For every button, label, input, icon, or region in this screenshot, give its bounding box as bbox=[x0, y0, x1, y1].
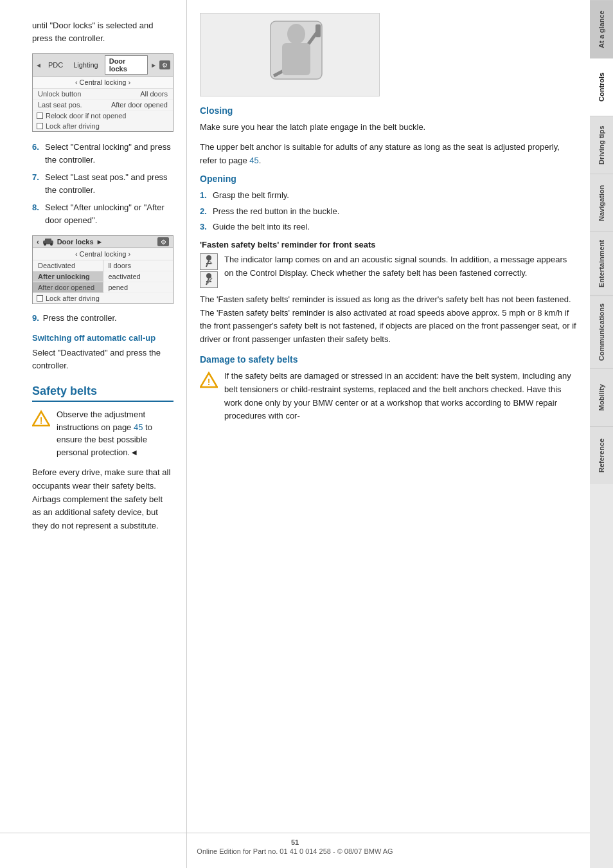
sidebar: At a glance Controls Driving tips Naviga… bbox=[590, 0, 613, 868]
step-6: 6. Select "Central locking" and press th… bbox=[32, 141, 173, 166]
step-7-text: Select "Last seat pos." and press the co… bbox=[45, 171, 173, 196]
step-7: 7. Select "Last seat pos." and press the… bbox=[32, 171, 173, 196]
menu2-header: ‹ Door locks ► ⚙ bbox=[33, 236, 173, 248]
right-column: Closing Make sure you hear the latch pla… bbox=[187, 0, 590, 868]
menu2-deactivated[interactable]: Deactivated bbox=[33, 260, 103, 271]
menu-header-1: ◄ PDC Lighting Door locks ► ⚙ bbox=[33, 54, 173, 77]
warning-triangle-icon: ! bbox=[32, 410, 50, 428]
opening-step-3-text: Guide the belt into its reel. bbox=[213, 221, 310, 233]
fasten-text2: The 'Fasten safety belts' reminder is is… bbox=[200, 293, 577, 347]
step-6-num: 6. bbox=[32, 141, 41, 166]
page-link-45a[interactable]: 45 bbox=[134, 422, 143, 432]
svg-text:!: ! bbox=[40, 415, 43, 426]
opening-step-2-text: Press the red button in the buckle. bbox=[213, 205, 339, 218]
steps-6-8: 6. Select "Central locking" and press th… bbox=[32, 141, 173, 226]
sidebar-tab-communications[interactable]: Communications bbox=[590, 295, 613, 368]
relock-label: Relock door if not opened bbox=[46, 112, 126, 120]
menu-item-doorlocks[interactable]: Door locks bbox=[105, 55, 148, 75]
menu2-submenu[interactable]: ‹ Central locking › bbox=[33, 248, 173, 260]
menu2-lockafter-label: Lock after driving bbox=[46, 294, 100, 302]
menu2-left-col: Deactivated After unlocking After door o… bbox=[33, 260, 103, 293]
damage-text: If the safety belts are damaged or stres… bbox=[224, 370, 577, 423]
auto-callup-text: Select "Deactivated" and press the contr… bbox=[32, 347, 173, 372]
step-9-text: Press the controller. bbox=[43, 313, 117, 323]
menu2-columns: Deactivated After unlocking After door o… bbox=[33, 260, 173, 293]
menu-item-lighting[interactable]: Lighting bbox=[69, 60, 102, 70]
menu2-checkbox-lockafter: Lock after driving bbox=[33, 293, 173, 303]
opening-step-3: 3. Guide the belt into its reel. bbox=[200, 221, 577, 233]
svg-text:!: ! bbox=[208, 377, 211, 387]
menu2-right-col: ll doors eactivated pened bbox=[103, 260, 173, 293]
relock-checkbox[interactable] bbox=[37, 113, 43, 119]
opening-step-1-text: Grasp the belt firmly. bbox=[213, 189, 289, 202]
step-7-num: 7. bbox=[32, 171, 41, 196]
menu-settings-icon: ⚙ bbox=[159, 60, 170, 69]
svg-point-2 bbox=[44, 243, 46, 246]
step-8: 8. Select "After unlocking" or "After do… bbox=[32, 201, 173, 226]
damage-warning-box: ! If the safety belts are damaged or str… bbox=[200, 370, 577, 429]
main-content: until "Door locks" is selected and press… bbox=[0, 0, 590, 868]
opening-step-2-num: 2. bbox=[200, 205, 209, 218]
svg-point-11 bbox=[287, 24, 305, 44]
safety-heading: Safety belts bbox=[32, 384, 173, 402]
menu-ui-2: ‹ Door locks ► ⚙ ‹ Central locking › Dea… bbox=[32, 235, 173, 304]
svg-point-17 bbox=[206, 273, 211, 278]
menu2-after-unlocking[interactable]: After unlocking bbox=[33, 271, 103, 282]
fasten-text1: The indicator lamp comes on and an acous… bbox=[224, 253, 577, 282]
reminder-content: The indicator lamp comes on and an acous… bbox=[200, 253, 577, 288]
opening-step-1: 1. Grasp the belt firmly. bbox=[200, 189, 577, 202]
step-6-text: Select "Central locking" and press the c… bbox=[45, 141, 173, 166]
menu2-after-door-opened[interactable]: After door opened bbox=[33, 282, 103, 293]
left-column: until "Door locks" is selected and press… bbox=[0, 0, 186, 868]
menu2-lockafter-checkbox[interactable] bbox=[37, 295, 43, 302]
menu-row-lastseat-value: After door opened bbox=[111, 101, 168, 109]
menu2-right-1: ll doors bbox=[103, 260, 173, 271]
menu-checkbox-lockafter: Lock after driving bbox=[33, 121, 173, 131]
lockafter-checkbox[interactable] bbox=[37, 123, 43, 129]
menu2-car-icon bbox=[42, 237, 55, 246]
damage-warning-icon: ! bbox=[200, 371, 218, 389]
safety-body-text: Before every drive, make sure that all o… bbox=[32, 466, 173, 533]
page-link-45b[interactable]: 45 bbox=[249, 156, 258, 165]
opening-step-2: 2. Press the red button in the buckle. bbox=[200, 205, 577, 218]
menu-row-unlock: Unlock button All doors bbox=[33, 89, 173, 100]
lockafter-label: Lock after driving bbox=[46, 122, 100, 130]
sidebar-tab-mobility[interactable]: Mobility bbox=[590, 368, 613, 426]
damage-heading: Damage to safety belts bbox=[200, 354, 577, 365]
step-9-num: 9. bbox=[32, 313, 39, 323]
menu2-settings-icon: ⚙ bbox=[157, 237, 169, 246]
belt-image bbox=[200, 13, 380, 96]
menu-item-pdc[interactable]: PDC bbox=[44, 60, 67, 70]
menu-submenu-1[interactable]: ‹ Central locking › bbox=[33, 77, 173, 89]
fasten-heading: 'Fasten safety belts' reminder for front… bbox=[200, 240, 577, 249]
sidebar-tab-at-a-glance[interactable]: At a glance bbox=[590, 0, 613, 58]
sidebar-tab-reference[interactable]: Reference bbox=[590, 426, 613, 484]
intro-text: until "Door locks" is selected and press… bbox=[32, 19, 173, 44]
sidebar-tab-navigation[interactable]: Navigation bbox=[590, 174, 613, 231]
menu-ui-1: ◄ PDC Lighting Door locks ► ⚙ ‹ Central … bbox=[32, 53, 173, 132]
seatbelt-icon-1 bbox=[200, 253, 218, 270]
closing-text2: The upper belt anchor is suitable for ad… bbox=[200, 141, 577, 168]
opening-heading: Opening bbox=[200, 174, 577, 184]
opening-steps: 1. Grasp the belt firmly. 2. Press the r… bbox=[200, 189, 577, 233]
safety-warning-text: Observe the adjustment instructions on p… bbox=[57, 408, 173, 458]
reminder-icons bbox=[200, 253, 218, 288]
sidebar-tab-entertainment[interactable]: Entertainment bbox=[590, 231, 613, 295]
menu-checkbox-relock: Relock door if not opened bbox=[33, 111, 173, 121]
sidebar-tab-driving-tips[interactable]: Driving tips bbox=[590, 116, 613, 174]
footer-copyright: Online Edition for Part no. 01 41 0 014 … bbox=[0, 847, 590, 855]
sidebar-tab-controls[interactable]: Controls bbox=[590, 58, 613, 116]
svg-rect-1 bbox=[45, 239, 51, 242]
belt-diagram bbox=[206, 15, 373, 95]
fasten-reminder-section: 'Fasten safety belts' reminder for front… bbox=[200, 240, 577, 347]
step-8-text: Select "After unlocking" or "After door … bbox=[45, 201, 173, 226]
footer: 51 Online Edition for Part no. 01 41 0 0… bbox=[0, 833, 590, 855]
menu2-arrow-right: ► bbox=[96, 238, 103, 246]
menu-arrow-right: ► bbox=[150, 62, 157, 69]
step-8-num: 8. bbox=[32, 201, 41, 226]
opening-step-1-num: 1. bbox=[200, 189, 209, 202]
damage-section: Damage to safety belts ! If the safety b… bbox=[200, 354, 577, 429]
menu-row-lastseat: Last seat pos. After door opened bbox=[33, 100, 173, 111]
step-9: 9. Press the controller. bbox=[32, 313, 173, 323]
menu2-title: ‹ Door locks ► bbox=[37, 237, 103, 246]
